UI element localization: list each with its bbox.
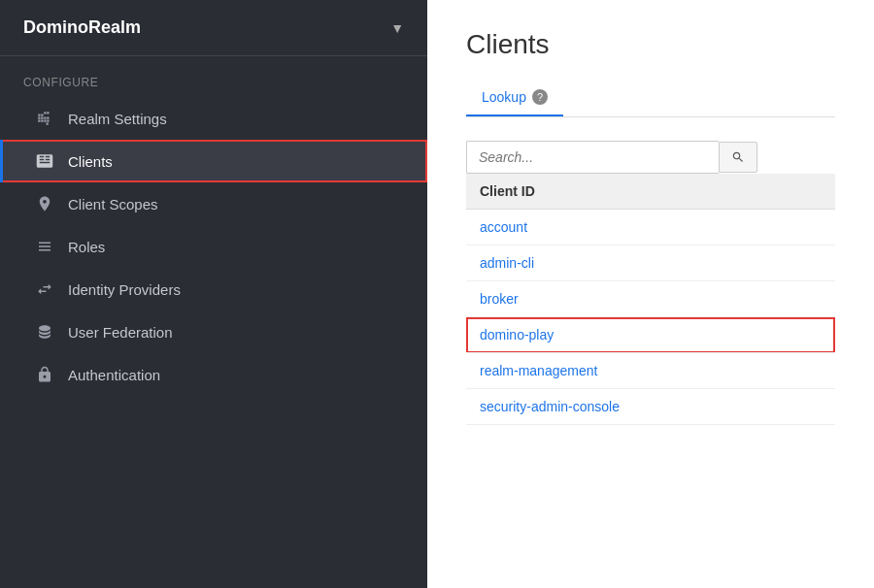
chevron-down-icon: ▼ [390,20,404,36]
client-link-realm-management[interactable]: realm-management [480,363,597,378]
table-row: admin-cli [466,245,835,281]
search-icon [731,150,745,164]
sidebar-item-label-client-scopes: Client Scopes [68,196,158,212]
clients-icon [35,151,54,171]
sidebar-item-label-user-federation: User Federation [68,324,173,341]
table-row: realm-management [466,353,835,389]
help-icon[interactable]: ? [532,89,548,105]
realm-settings-icon [35,109,54,128]
client-link-broker[interactable]: broker [480,291,519,307]
sidebar-item-authentication[interactable]: Authentication [0,353,427,396]
sidebar: DominoRealm ▼ Configure Realm Settings C… [0,0,427,588]
clients-table: Client ID accountadmin-clibrokerdomino-p… [466,174,835,425]
authentication-icon [35,365,54,384]
sidebar-item-label-clients: Clients [68,153,113,170]
identity-providers-icon [35,279,54,299]
column-header-client-id: Client ID [466,174,835,210]
search-bar [466,141,835,174]
user-federation-icon [35,322,54,342]
table-row: account [466,210,835,245]
table-row: domino-play [466,317,835,353]
tab-lookup[interactable]: Lookup ? [466,80,563,116]
client-scopes-icon [35,194,54,213]
tab-lookup-label: Lookup [482,89,526,105]
sidebar-item-label-realm-settings: Realm Settings [68,111,167,127]
table-header-row: Client ID [466,174,835,210]
table-row: broker [466,281,835,317]
page-title: Clients [466,29,835,60]
sidebar-item-identity-providers[interactable]: Identity Providers [0,268,427,310]
table-row: security-admin-console [466,389,835,425]
search-button[interactable] [719,142,757,173]
configure-section-label: Configure [0,56,427,97]
sidebar-item-realm-settings[interactable]: Realm Settings [0,97,427,140]
sidebar-item-label-authentication: Authentication [68,367,160,383]
main-content: Clients Lookup ? Client ID accountadmin-… [427,0,874,588]
client-link-domino-play[interactable]: domino-play [480,327,554,343]
sidebar-item-roles[interactable]: Roles [0,225,427,268]
sidebar-item-clients[interactable]: Clients [0,140,427,182]
tabs-bar: Lookup ? [466,80,835,117]
sidebar-item-label-roles: Roles [68,239,105,255]
client-link-admin-cli[interactable]: admin-cli [480,255,534,271]
sidebar-item-user-federation[interactable]: User Federation [0,310,427,353]
sidebar-item-label-identity-providers: Identity Providers [68,281,181,298]
sidebar-header[interactable]: DominoRealm ▼ [0,0,427,56]
realm-name: DominoRealm [23,17,141,38]
client-link-security-admin-console[interactable]: security-admin-console [480,399,620,414]
roles-icon [35,237,54,256]
search-input[interactable] [466,141,719,174]
client-link-account[interactable]: account [480,219,527,235]
sidebar-item-client-scopes[interactable]: Client Scopes [0,182,427,225]
